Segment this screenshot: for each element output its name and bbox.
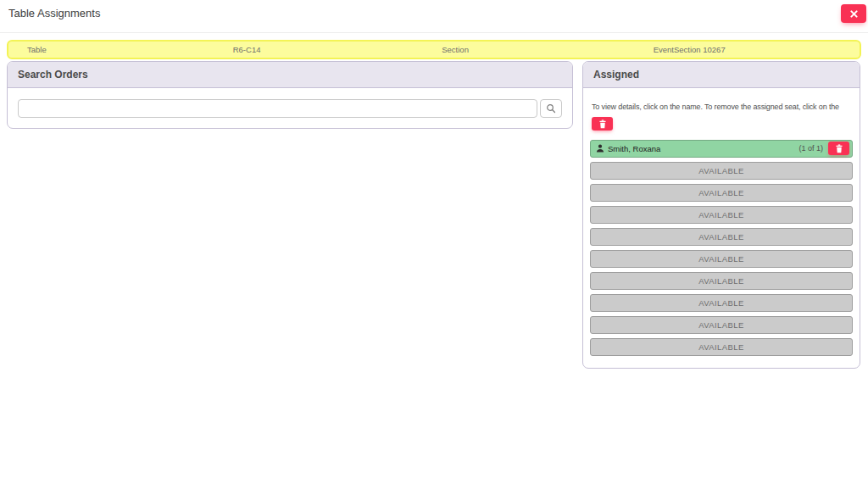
available-seat-label: AVAILABLE [698,210,743,219]
available-seat-row[interactable]: AVAILABLE [590,294,853,312]
search-orders-title: Search Orders [8,62,572,88]
remove-assigned-seat-button[interactable] [828,142,849,155]
available-seat-label: AVAILABLE [698,232,743,242]
instruction-text: To view details, click on the name. To r… [592,102,851,113]
available-seat-label: AVAILABLE [698,254,743,264]
assigned-seat-who[interactable]: Smith, Roxana [596,144,660,153]
available-seat-row[interactable]: AVAILABLE [590,162,853,180]
page-title: Table Assignments [8,7,100,19]
available-seat-row[interactable]: AVAILABLE [590,272,853,290]
assigned-seat-right: (1 of 1) [798,142,849,155]
search-orders-body [8,88,572,129]
seat-list: Smith, Roxana (1 of 1) AVAILABLE [590,140,853,356]
close-icon [850,10,858,18]
info-section-value: EventSection 10267 [562,45,817,54]
page: { "header": { "title": "Table Assignment… [0,0,868,500]
info-table-value: R6-C14 [145,45,349,54]
available-seat-row[interactable]: AVAILABLE [590,206,853,224]
available-seat-row[interactable]: AVAILABLE [590,250,853,268]
info-table-label: Table [8,45,145,54]
search-input-group [18,99,562,118]
available-seat-label: AVAILABLE [698,188,743,197]
available-seat-label: AVAILABLE [698,166,743,175]
table-info-bar: Table R6-C14 Section EventSection 10267 [7,40,861,59]
available-seat-row[interactable]: AVAILABLE [590,184,853,202]
assigned-body: To view details, click on the name. To r… [583,88,860,366]
available-seat-label: AVAILABLE [698,298,743,308]
assigned-title: Assigned [583,62,860,88]
available-seat-row[interactable]: AVAILABLE [590,338,853,356]
trash-icon [835,144,843,153]
search-orders-panel: Search Orders [7,61,573,129]
search-input[interactable] [18,99,537,118]
assigned-seat-name[interactable]: Smith, Roxana [608,144,660,153]
available-seat-row[interactable]: AVAILABLE [590,228,853,246]
assigned-seat-row[interactable]: Smith, Roxana (1 of 1) [590,140,853,158]
remove-seat-example-button[interactable] [592,117,613,131]
search-icon [546,103,556,114]
info-section-label: Section [349,45,562,54]
search-button[interactable] [540,99,562,118]
close-button[interactable] [841,4,866,23]
available-seat-label: AVAILABLE [698,276,743,286]
assigned-panel: Assigned To view details, click on the n… [582,61,860,369]
trash-icon [598,119,607,129]
available-seat-label: AVAILABLE [698,342,743,352]
header-divider [0,32,868,33]
assigned-seat-count: (1 of 1) [798,144,823,153]
available-seat-label: AVAILABLE [698,320,743,330]
available-seat-row[interactable]: AVAILABLE [590,316,853,334]
instruction-trash-wrap [592,117,851,132]
person-icon [596,144,604,153]
